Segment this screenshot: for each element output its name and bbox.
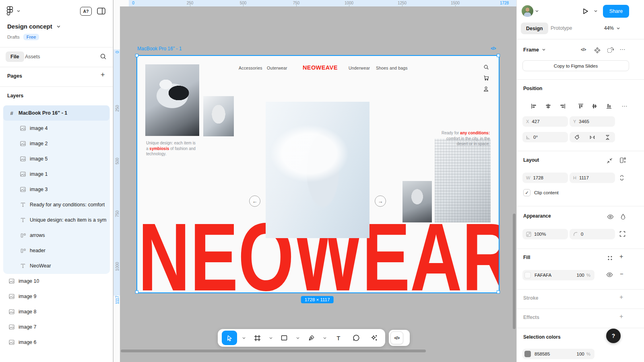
account-chevron-icon[interactable] — [535, 10, 539, 12]
more-align-icon[interactable]: … — [621, 101, 628, 108]
x-position-field[interactable]: X427 — [522, 116, 568, 127]
add-stroke-icon[interactable]: + — [619, 294, 623, 301]
align-top-icon[interactable] — [578, 103, 584, 109]
photo-hero-model[interactable] — [266, 102, 369, 238]
swap-instance-icon[interactable] — [607, 47, 614, 53]
layer-row[interactable]: header — [0, 243, 113, 258]
horizontal-scrollbar[interactable] — [121, 350, 426, 352]
add-effect-icon[interactable]: + — [619, 313, 623, 320]
layer-row[interactable]: image 2 — [0, 136, 113, 151]
photo-seated-model[interactable] — [435, 139, 491, 222]
eye-icon[interactable] — [607, 214, 614, 219]
layer-row[interactable]: image 8 — [0, 304, 113, 319]
layer-row[interactable]: image 1 — [0, 167, 113, 182]
photo-hooded-figure[interactable] — [402, 181, 432, 222]
align-h-center-icon[interactable] — [545, 103, 551, 109]
layer-row[interactable]: image 10 — [0, 274, 113, 289]
layer-row[interactable]: image 6 — [0, 335, 113, 350]
nav-link[interactable]: Underwear — [349, 66, 370, 70]
corner-radius-field[interactable]: 0 — [570, 229, 615, 239]
fill-hex[interactable]: FAFAFA — [535, 273, 551, 278]
help-button[interactable]: ? — [606, 329, 621, 343]
fill-color-row[interactable]: FAFAFA 100 % — [522, 270, 594, 280]
shape-tool-chevron[interactable] — [295, 337, 300, 339]
user-icon[interactable] — [483, 86, 489, 92]
opacity-field[interactable]: 100% — [522, 229, 568, 239]
frame-type-menu[interactable]: Frame — [523, 47, 545, 53]
move-tool-chevron[interactable] — [242, 337, 246, 339]
more-options-icon[interactable]: … — [619, 44, 626, 51]
carousel-next-button[interactable]: → — [375, 195, 386, 207]
width-field[interactable]: W1728 — [522, 173, 568, 183]
blend-mode-icon[interactable] — [621, 214, 625, 220]
selection-handle[interactable] — [497, 54, 500, 57]
component-icon[interactable] — [594, 47, 601, 53]
align-left-icon[interactable] — [531, 103, 537, 109]
avatar[interactable] — [522, 5, 533, 17]
site-logo[interactable]: NEOWEAVE — [303, 64, 338, 71]
selection-handle[interactable] — [497, 290, 500, 294]
expand-icon[interactable] — [619, 231, 625, 237]
frame-tool-chevron[interactable] — [268, 337, 273, 339]
present-icon[interactable] — [582, 7, 589, 15]
align-bottom-icon[interactable] — [606, 103, 612, 109]
document-title-menu[interactable]: Design concept — [7, 23, 60, 30]
accessibility-icon[interactable]: A? — [80, 7, 92, 16]
dev-mode-toggle[interactable]: </> — [389, 330, 410, 346]
dev-mode-icon[interactable]: </> — [581, 47, 586, 52]
align-right-icon[interactable] — [560, 103, 566, 109]
add-auto-layout-icon[interactable] — [619, 157, 626, 164]
layer-row[interactable]: arrows — [0, 228, 113, 243]
tab-prototype[interactable]: Prototype — [551, 25, 572, 31]
layer-row[interactable]: NeoWear — [0, 258, 113, 274]
styles-icon[interactable] — [607, 255, 613, 261]
tagline-right[interactable]: Ready for any conditions: comfort in the… — [440, 130, 490, 147]
tagline-left[interactable]: Unique design: each item is a symbiosis … — [146, 140, 196, 157]
search-icon[interactable] — [483, 64, 489, 70]
nav-link[interactable]: Outerwear — [267, 66, 287, 70]
resize-to-fit-icon[interactable] — [606, 157, 613, 164]
move-tool[interactable] — [222, 331, 237, 345]
y-position-field[interactable]: Y3465 — [570, 116, 615, 127]
pen-tool[interactable] — [305, 331, 318, 345]
add-page-button[interactable]: + — [101, 71, 105, 78]
tab-file[interactable]: File — [6, 51, 24, 62]
layer-row[interactable]: image 4 — [0, 121, 113, 136]
layer-row[interactable]: image 7 — [0, 319, 113, 335]
tab-assets[interactable]: Assets — [25, 54, 40, 60]
selection-color-hex[interactable]: 858585 — [535, 352, 550, 356]
frame-tool[interactable] — [250, 331, 264, 345]
share-button[interactable]: Share — [603, 5, 629, 18]
fill-visibility-icon[interactable] — [606, 272, 613, 277]
flip-vertical-icon[interactable] — [600, 132, 615, 142]
rotation-field[interactable]: 0° — [522, 132, 568, 142]
shape-tool[interactable] — [277, 331, 291, 345]
fill-opacity[interactable]: 100 — [577, 273, 584, 278]
align-v-center-icon[interactable] — [592, 103, 597, 109]
photo-goggles-portrait[interactable] — [145, 64, 199, 136]
height-field[interactable]: H1117 — [570, 173, 615, 183]
vertical-scrollbar[interactable] — [513, 214, 516, 329]
copy-to-slides-button[interactable]: Copy to Figma Slides — [522, 60, 629, 71]
selection-handle[interactable] — [135, 54, 138, 57]
photo-silver-mask[interactable] — [203, 96, 234, 136]
clip-content-checkbox[interactable]: ✓ — [523, 189, 530, 196]
selection-color-row[interactable]: 858585 100 % — [522, 349, 594, 359]
selection-color-swatch[interactable] — [524, 351, 531, 357]
layer-row[interactable]: Ready for any conditions: comfort — [0, 197, 113, 212]
layer-row[interactable]: image 3 — [0, 182, 113, 197]
toggle-sidebar-icon[interactable] — [97, 8, 105, 14]
main-menu[interactable] — [6, 6, 20, 16]
layer-row[interactable]: image 9 — [0, 289, 113, 304]
text-tool[interactable]: T — [332, 331, 345, 345]
present-chevron-icon[interactable] — [594, 10, 597, 12]
design-frame[interactable]: Accessories Outerwear NEOWEAVE Underwear… — [136, 55, 500, 293]
nav-link[interactable]: Accessories — [239, 66, 262, 70]
add-fill-icon[interactable]: + — [619, 253, 623, 260]
pen-tool-chevron[interactable] — [322, 337, 327, 339]
layer-row-frame[interactable]: #MacBook Pro 16" - 1 — [3, 105, 109, 121]
breadcrumb-drafts[interactable]: Drafts — [7, 35, 20, 39]
layer-row[interactable]: Unique design: each item is a sym — [0, 212, 113, 228]
frame-devmode-icon[interactable]: </> — [491, 46, 496, 51]
layer-row[interactable]: image 5 — [0, 151, 113, 167]
